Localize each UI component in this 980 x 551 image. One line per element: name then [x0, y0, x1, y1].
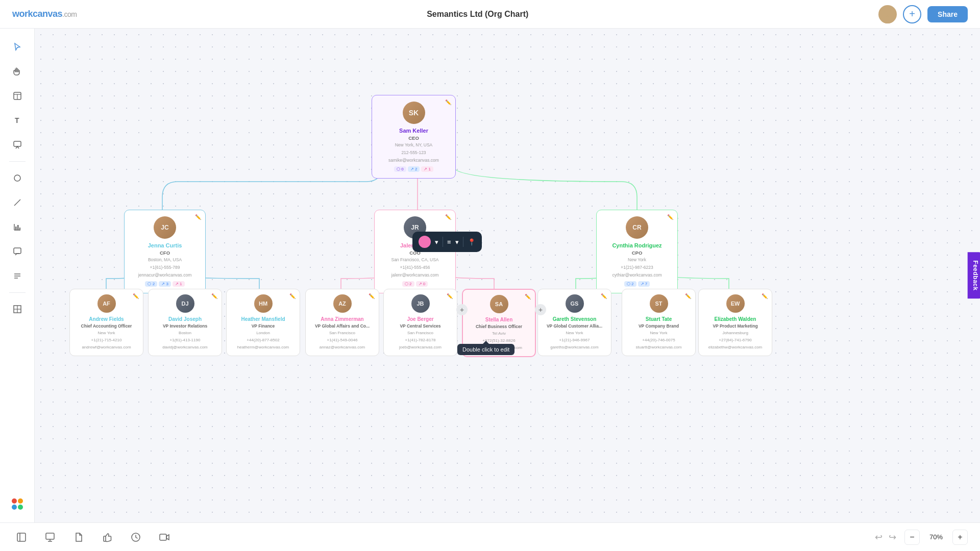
add-node-btn-1[interactable]: + — [456, 304, 468, 315]
andrew-phone: +1(21)-715-4210 — [91, 337, 122, 343]
page-title: Semantics Ltd (Org Chart) — [427, 10, 528, 19]
svg-rect-31 — [160, 534, 166, 540]
gareth-email: gareths@workcanvas.com — [550, 344, 598, 350]
cursor-tool-icon[interactable] — [7, 37, 28, 57]
feedback-tab[interactable]: Feedback — [967, 252, 980, 298]
app-logo-icon[interactable] — [7, 494, 28, 514]
undo-button[interactable]: ↩ — [873, 530, 885, 545]
cpo-edit-icon[interactable]: ✏️ — [667, 214, 673, 220]
annotation-icon[interactable] — [7, 135, 28, 155]
coo-email: jalenr@workcanvas.com — [391, 272, 439, 279]
cfo-badge-1: ⬡ 2 — [145, 281, 157, 287]
chart-icon[interactable] — [7, 217, 28, 237]
hand-tool-icon[interactable] — [7, 61, 28, 82]
joe-title: VP Central Services — [400, 323, 440, 329]
ft-lines-icon: ≡ — [447, 238, 451, 246]
elizabeth-avatar: EW — [726, 294, 745, 313]
david-email: davidj@workcanvas.com — [162, 344, 208, 350]
ft-lines-dropdown[interactable]: ▾ — [455, 238, 459, 246]
heather-edit-icon[interactable]: ✏️ — [289, 293, 296, 299]
gareth-edit-icon[interactable]: ✏️ — [601, 293, 607, 299]
coo-edit-icon[interactable]: ✏️ — [445, 214, 451, 220]
joe-edit-icon[interactable]: ✏️ — [447, 293, 453, 299]
david-node[interactable]: ✏️ DJ David Joseph VP Investor Relations… — [148, 289, 222, 356]
bottombar-left — [12, 528, 174, 546]
file-icon[interactable] — [69, 528, 88, 546]
cfo-node[interactable]: ✏️ JC Jenna Curtis CFO Boston, MA, USA +… — [124, 210, 206, 293]
anna-phone: +1(41)-549-0046 — [327, 337, 358, 343]
joe-node[interactable]: ✏️ JB Joe Berger VP Central Services San… — [383, 289, 457, 356]
presentation-icon[interactable] — [41, 528, 59, 546]
cfo-edit-icon[interactable]: ✏️ — [195, 214, 201, 220]
ceo-name: Sam Keller — [399, 128, 428, 134]
cfo-location: Boston, MA, USA — [148, 257, 182, 263]
list-icon[interactable] — [7, 266, 28, 286]
stuart-edit-icon[interactable]: ✏️ — [685, 293, 691, 299]
anna-edit-icon[interactable]: ✏️ — [369, 293, 375, 299]
canvas-area[interactable]: ✏️ SK Sam Keller CEO New York, NY, USA 2… — [35, 29, 980, 522]
undo-redo-group: ↩ ↪ — [873, 530, 898, 545]
anna-node[interactable]: ✏️ AZ Anna Zimmerman VP Global Affairs a… — [305, 289, 379, 356]
ft-color-dropdown[interactable]: ▾ — [435, 238, 438, 246]
svg-rect-6 — [14, 141, 21, 146]
thumbs-up-icon[interactable] — [98, 528, 116, 546]
video-icon[interactable] — [155, 528, 174, 546]
elizabeth-location: Johannesburg — [722, 330, 748, 336]
topbar: workcanvas.com Semantics Ltd (Org Chart)… — [0, 0, 980, 29]
zoom-in-button[interactable]: + — [952, 530, 968, 545]
david-edit-icon[interactable]: ✏️ — [211, 293, 217, 299]
sidebar-toggle-icon[interactable] — [12, 528, 31, 546]
add-button[interactable]: + — [903, 5, 921, 23]
text-tool-icon[interactable]: T — [7, 110, 28, 131]
anna-avatar: AZ — [333, 294, 352, 313]
ft-lines-btn[interactable]: ≡ — [447, 238, 451, 246]
redo-button[interactable]: ↪ — [887, 530, 898, 545]
svg-rect-14 — [14, 248, 21, 254]
gareth-node[interactable]: ✏️ GS Gareth Stevenson VP Global Custome… — [537, 289, 611, 356]
elizabeth-edit-icon[interactable]: ✏️ — [762, 293, 768, 299]
svg-rect-11 — [15, 227, 17, 230]
svg-line-8 — [14, 199, 20, 206]
user-avatar[interactable] — [878, 5, 897, 23]
shape-icon[interactable] — [7, 168, 28, 188]
cpo-name: Cynthia Rodriguez — [612, 242, 662, 248]
stuart-phone: +44(20)-746-0075 — [642, 337, 675, 343]
svg-point-7 — [14, 175, 20, 181]
joe-location: San Francisco — [407, 330, 433, 336]
svg-point-0 — [884, 9, 891, 16]
andrew-edit-icon[interactable]: ✏️ — [133, 293, 139, 299]
ceo-node[interactable]: ✏️ SK Sam Keller CEO New York, NY, USA 2… — [372, 95, 456, 179]
stella-edit-icon[interactable]: ✏️ — [525, 294, 531, 299]
grid-icon[interactable] — [7, 299, 28, 319]
ceo-title: CEO — [408, 135, 419, 141]
sidebar-divider-2 — [9, 292, 26, 293]
ft-color-circle[interactable] — [419, 236, 431, 248]
ceo-edit-icon[interactable]: ✏️ — [445, 99, 451, 105]
andrew-node[interactable]: ✏️ AF Andrew Fields Chief Accounting Off… — [69, 289, 143, 356]
joe-avatar: JB — [411, 294, 430, 313]
ceo-badge-1: ⬡ 0 — [394, 166, 406, 172]
logo-domain: .com — [62, 10, 77, 18]
cpo-badges: ⬡ 2 ↗ 7 — [624, 281, 650, 287]
cpo-node[interactable]: ✏️ CR Cynthia Rodriguez CPO New York +1(… — [596, 210, 678, 293]
line-tool-icon[interactable] — [7, 192, 28, 213]
table-icon[interactable] — [7, 86, 28, 106]
zoom-out-button[interactable]: − — [904, 530, 920, 545]
anna-title: VP Global Affairs and Co... — [315, 323, 370, 329]
clock-icon[interactable] — [127, 528, 145, 546]
ft-pin-btn[interactable]: 📍 — [468, 238, 476, 246]
elizabeth-node[interactable]: ✏️ EW Elizabeth Walden VP Product Market… — [698, 289, 772, 356]
heather-location: London — [256, 330, 270, 336]
heather-node[interactable]: ✏️ HM Heather Mansfield VP Finance Londo… — [226, 289, 300, 356]
stella-name: Stella Allen — [485, 317, 513, 322]
chat-icon[interactable] — [7, 241, 28, 262]
svg-point-22 — [18, 498, 23, 504]
joe-email: joeb@workcanvas.com — [399, 344, 442, 350]
add-node-btn-2[interactable]: + — [535, 304, 546, 315]
cpo-location: New York — [628, 257, 646, 263]
stuart-node[interactable]: ✏️ ST Stuart Tate VP Company Brand New Y… — [622, 289, 696, 356]
stuart-title: VP Company Brand — [639, 323, 679, 329]
share-button[interactable]: Share — [927, 6, 968, 22]
stella-location: Tel Aviv — [492, 331, 506, 336]
heather-title: VP Finance — [252, 323, 275, 329]
